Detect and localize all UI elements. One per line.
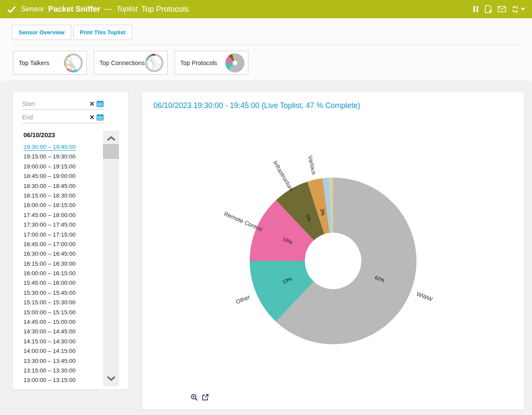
chord-diagram-icon — [63, 53, 83, 73]
slice-name-label: Infrastructure — [272, 160, 295, 193]
protocol-donut-chart: 62%WWW13%Other13%Remote Control7%Infrast… — [194, 148, 472, 374]
dropdown-caret-icon[interactable] — [521, 8, 525, 10]
interval-item[interactable]: 13:30:00 – 13:45:00 — [23, 356, 102, 366]
start-date-input[interactable] — [22, 100, 90, 107]
slice-name-label: Remote Control — [223, 211, 264, 233]
pause-icon[interactable] — [473, 6, 479, 13]
sensor-name: Packet Sniffer — [48, 5, 100, 14]
slice-name-label: Various — [307, 155, 317, 175]
toplist-panel: 06/10/2023 19:30:00 - 19:45:00 (Live Top… — [142, 92, 525, 410]
interval-sidebar: 06/10/2023 19:30:00 – 19:45:0019:15:00 –… — [12, 92, 129, 390]
interval-item[interactable]: 18:15:00 – 18:30:00 — [23, 191, 102, 201]
page-title: Top Protocols — [141, 5, 188, 14]
calendar-icon[interactable] — [96, 100, 104, 107]
scroll-up-icon[interactable] — [103, 132, 119, 145]
chord-diagram-icon — [145, 53, 164, 73]
interval-item[interactable]: 17:45:00 – 18:00:00 — [23, 211, 102, 220]
interval-item[interactable]: 18:30:00 – 18:45:00 — [23, 181, 102, 191]
open-external-icon[interactable] — [202, 394, 209, 401]
breadcrumb-separator: — — [105, 5, 112, 13]
interval-item[interactable]: 15:00:00 – 15:15:00 — [23, 308, 102, 317]
donut-chart-icon — [225, 53, 245, 73]
interval-item[interactable]: 14:30:00 – 14:45:00 — [23, 327, 102, 336]
interval-date-header: 06/10/2023 — [23, 132, 102, 138]
interval-item[interactable]: 17:30:00 – 17:45:00 — [23, 220, 102, 230]
divider — [12, 45, 525, 45]
interval-item[interactable]: 17:00:00 – 17:15:00 — [23, 230, 102, 240]
tab-label: Top Talkers — [19, 59, 50, 66]
interval-item[interactable]: 16:30:00 – 16:45:00 — [23, 249, 102, 259]
interval-item[interactable]: 18:00:00 – 18:15:00 — [23, 201, 102, 210]
tab-top-talkers[interactable]: Top Talkers — [13, 51, 87, 75]
check-icon — [7, 6, 16, 13]
interval-item[interactable]: 14:00:00 – 14:15:00 — [23, 346, 102, 356]
tab-top-protocols[interactable]: Top Protocols — [175, 51, 248, 75]
tab-top-connections[interactable]: Top Connections — [94, 51, 168, 75]
tab-label: Top Connections — [99, 59, 145, 66]
interval-item[interactable]: 14:15:00 – 14:30:00 — [23, 337, 102, 346]
scrollbar[interactable] — [103, 131, 119, 386]
interval-item[interactable]: 16:15:00 – 16:30:00 — [23, 259, 102, 269]
clear-start-icon[interactable] — [90, 102, 94, 106]
refresh-icon[interactable] — [512, 6, 519, 13]
toplist-title: 06/10/2023 19:30:00 - 19:45:00 (Live Top… — [153, 101, 360, 110]
print-this-toplist-button[interactable]: Print This Toplist — [73, 25, 132, 40]
toolbar: Sensor OverviewPrint This Toplist — [12, 25, 132, 40]
end-date-row — [22, 111, 104, 123]
interval-item[interactable]: 15:30:00 – 15:45:00 — [23, 288, 102, 298]
tab-label: Top Protocols — [180, 59, 217, 66]
slice-name-label: Other — [235, 293, 251, 305]
interval-item[interactable]: 16:45:00 – 17:00:00 — [23, 240, 102, 249]
email-icon[interactable] — [498, 6, 506, 12]
scroll-down-icon[interactable] — [103, 372, 119, 385]
calendar-icon[interactable] — [96, 114, 104, 121]
interval-item[interactable]: 14:45:00 – 15:00:00 — [23, 317, 102, 327]
app-header: Sensor Packet Sniffer — Toplist Top Prot… — [0, 0, 532, 18]
interval-item[interactable]: 16:00:00 – 16:15:00 — [23, 269, 102, 278]
interval-item[interactable]: 15:15:00 – 15:30:00 — [23, 298, 102, 307]
clear-end-icon[interactable] — [90, 115, 94, 119]
sensor-overview-button[interactable]: Sensor Overview — [12, 25, 71, 40]
top-section: Sensor OverviewPrint This Toplist Top Ta… — [0, 18, 532, 81]
breadcrumb-object-type: Sensor — [21, 5, 44, 13]
scrollbar-thumb[interactable] — [103, 144, 119, 159]
breadcrumb-section: Toplist — [116, 5, 138, 13]
zoom-in-icon[interactable] — [191, 394, 198, 401]
start-date-row — [22, 98, 104, 110]
interval-item[interactable]: 19:30:00 – 19:45:00 — [23, 142, 102, 152]
interval-item[interactable]: 19:15:00 – 19:30:00 — [23, 152, 102, 161]
interval-item[interactable]: 19:00:00 – 19:15:00 — [23, 162, 102, 171]
interval-item[interactable]: 18:45:00 – 19:00:00 — [23, 171, 102, 181]
end-date-input[interactable] — [22, 114, 90, 121]
divider — [12, 80, 525, 81]
interval-list: 19:30:00 – 19:45:0019:15:00 – 19:30:0019… — [23, 142, 102, 385]
interval-item[interactable]: 15:45:00 – 16:00:00 — [23, 278, 102, 288]
add-report-icon[interactable] — [484, 5, 492, 13]
interval-item[interactable]: 13:00:00 – 13:15:00 — [23, 375, 102, 385]
toplist-tabs: Top TalkersTop ConnectionsTop Protocols — [13, 51, 248, 75]
interval-item[interactable]: 13:15:00 – 13:30:00 — [23, 366, 102, 375]
slice-name-label: WWW — [416, 290, 433, 303]
